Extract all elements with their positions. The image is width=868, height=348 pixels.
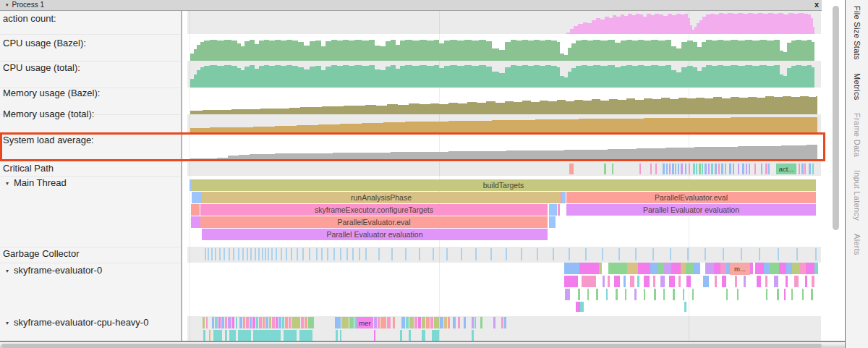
evaluator0-trace-span[interactable] (766, 289, 767, 300)
gc-event-tick[interactable] (286, 248, 287, 260)
evaluator0-trace-span[interactable] (663, 289, 665, 300)
trace-span-labeled[interactable]: Parallel Evaluator evaluation (202, 229, 548, 240)
close-button[interactable]: x (812, 0, 822, 9)
cpuheavy-trace-span[interactable] (253, 330, 281, 341)
evaluator0-trace-span[interactable] (814, 263, 818, 274)
horizontal-scrollbar-thumb[interactable] (1, 344, 822, 348)
cpuheavy-trace-span[interactable] (252, 317, 255, 328)
critical-path-event[interactable] (711, 164, 713, 174)
gc-event-tick[interactable] (219, 248, 221, 260)
evaluator0-trace-span[interactable] (744, 276, 746, 287)
cpuheavy-trace-span[interactable] (472, 330, 474, 341)
cpuheavy-trace-span[interactable] (400, 330, 402, 341)
critical-path-event[interactable] (569, 164, 574, 174)
cpuheavy-trace-span[interactable] (414, 317, 417, 328)
evaluator0-trace-span[interactable] (735, 276, 737, 287)
evaluator0-trace-span[interactable] (579, 263, 599, 274)
gc-event-tick[interactable] (815, 248, 817, 260)
trace-span-labeled[interactable]: buildTargets (191, 179, 816, 191)
counter-chart-system-load-average[interactable] (187, 134, 821, 161)
gc-event-tick[interactable] (238, 248, 239, 260)
collapse-arrow-icon[interactable]: ▾ (6, 268, 9, 274)
cpuheavy-trace-span[interactable] (265, 317, 268, 328)
cpuheavy-trace-span[interactable] (243, 317, 245, 328)
gc-event-tick[interactable] (255, 248, 256, 260)
cpuheavy-trace-span[interactable] (501, 317, 503, 328)
cpuheavy-trace-span[interactable] (209, 330, 210, 341)
cpuheavy-trace-span[interactable] (259, 317, 262, 328)
cpuheavy-trace-span[interactable] (422, 330, 425, 341)
evaluator0-trace-span[interactable] (791, 289, 793, 300)
gc-event-tick[interactable] (258, 248, 260, 260)
evaluator0-trace-span[interactable] (596, 289, 598, 300)
critical-path-event[interactable] (718, 164, 720, 174)
critical-path-event[interactable] (655, 164, 657, 174)
cpuheavy-trace-span[interactable] (212, 317, 214, 328)
gc-event-tick[interactable] (271, 248, 273, 260)
cpuheavy-trace-span[interactable] (432, 330, 439, 341)
critical-path-event[interactable] (721, 164, 723, 174)
gc-event-tick[interactable] (490, 248, 492, 260)
critical-path-event-labeled[interactable]: act... (776, 164, 796, 174)
counter-chart-cpu-usage-bazel-[interactable] (187, 34, 821, 61)
cpuheavy-trace-span[interactable] (213, 330, 222, 341)
evaluator0-trace-span[interactable] (565, 289, 570, 300)
evaluator0-trace-span[interactable] (777, 289, 779, 300)
cpuheavy-trace-span[interactable] (269, 317, 271, 328)
gc-event-tick[interactable] (796, 248, 798, 260)
gc-event-tick[interactable] (723, 248, 724, 260)
critical-path-event[interactable] (801, 164, 804, 174)
gc-event-tick[interactable] (268, 248, 269, 260)
cpuheavy-trace-span[interactable] (218, 317, 221, 328)
cpuheavy-trace-span[interactable] (292, 317, 300, 328)
evaluator0-trace-span[interactable] (644, 276, 650, 287)
trace-span-labeled[interactable]: runAnalysisPhase (202, 192, 561, 203)
gc-event-tick[interactable] (211, 248, 213, 260)
evaluator0-trace-span[interactable] (580, 302, 584, 312)
critical-path-event[interactable] (650, 164, 652, 174)
cpuheavy-trace-span[interactable] (203, 317, 205, 328)
cpuheavy-trace-span[interactable] (239, 317, 242, 328)
cpuheavy-trace-span[interactable] (250, 317, 252, 328)
gc-event-tick[interactable] (602, 248, 603, 260)
collapse-arrow-icon[interactable]: ▾ (6, 320, 9, 326)
gc-event-tick[interactable] (352, 248, 354, 260)
evaluator0-trace-span[interactable] (616, 289, 618, 300)
evaluator0-trace-span[interactable] (692, 289, 694, 300)
gc-event-tick[interactable] (405, 248, 407, 260)
cpuheavy-trace-span[interactable] (215, 317, 218, 328)
gc-event-tick[interactable] (346, 248, 348, 260)
gc-event-tick[interactable] (506, 248, 507, 260)
evaluator0-trace-span[interactable] (774, 276, 778, 287)
cpuheavy-trace-span[interactable] (401, 317, 405, 328)
evaluator0-trace-span[interactable] (638, 263, 650, 274)
trace-span-labeled[interactable]: ParallelEvaluator.eval (566, 192, 816, 203)
cpuheavy-trace-span[interactable] (464, 317, 466, 328)
critical-path-event[interactable] (804, 164, 806, 174)
tab-input-latency[interactable]: Input Latency (853, 170, 861, 221)
trace-span-labeled[interactable]: Parallel Evaluator evaluation (566, 204, 816, 216)
gc-event-tick[interactable] (247, 248, 248, 260)
gc-event-tick[interactable] (537, 248, 538, 260)
cpuheavy-trace-span[interactable] (340, 330, 341, 341)
cpuheavy-trace-span[interactable] (426, 317, 430, 328)
trace-span[interactable] (191, 204, 200, 216)
cpuheavy-trace-span[interactable] (393, 317, 395, 328)
evaluator0-trace-span[interactable] (757, 276, 761, 287)
evaluator0-trace-span[interactable] (660, 276, 665, 287)
cpuheavy-trace-span[interactable] (458, 317, 460, 328)
cpuheavy-trace-span[interactable] (246, 317, 249, 328)
critical-path-event[interactable] (715, 164, 717, 174)
cpuheavy-trace-span[interactable] (336, 330, 338, 341)
evaluator0-trace-span[interactable] (694, 263, 700, 274)
trace-span[interactable] (192, 192, 202, 203)
evaluator0-trace-span[interactable] (637, 276, 639, 287)
evaluator0-trace-span[interactable] (769, 263, 779, 274)
critical-path-event[interactable] (768, 164, 770, 174)
evaluator0-trace-span[interactable] (802, 289, 804, 300)
evaluator0-trace-span[interactable] (765, 276, 767, 287)
evaluator0-trace-span[interactable] (599, 263, 602, 274)
cpuheavy-trace-span[interactable] (422, 317, 425, 328)
cpuheavy-trace-span[interactable] (504, 317, 506, 328)
evaluator0-trace-span[interactable] (812, 276, 814, 287)
